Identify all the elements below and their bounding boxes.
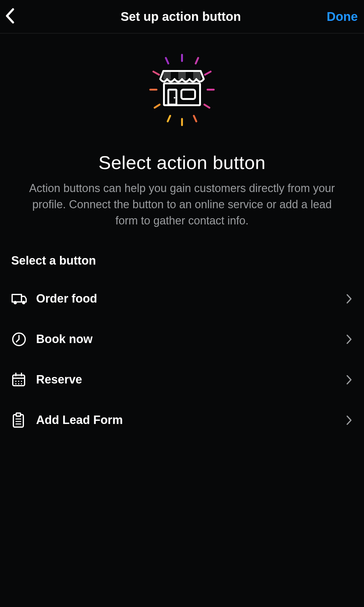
svg-point-16 <box>14 301 17 304</box>
svg-line-1 <box>166 58 168 64</box>
done-button[interactable]: Done <box>327 10 358 24</box>
back-button[interactable] <box>4 7 17 26</box>
option-reserve[interactable]: Reserve <box>11 360 353 400</box>
svg-point-23 <box>15 381 16 382</box>
nav-bar: Set up action button Done <box>0 0 364 34</box>
chevron-right-icon <box>346 415 353 426</box>
svg-point-28 <box>21 383 22 384</box>
hero-subtitle: Action buttons can help you gain custome… <box>22 180 342 229</box>
svg-line-3 <box>153 72 159 75</box>
svg-point-14 <box>174 97 175 99</box>
svg-line-9 <box>168 116 170 121</box>
svg-line-8 <box>204 105 209 108</box>
svg-point-26 <box>15 383 16 384</box>
calendar-icon <box>11 372 26 388</box>
option-book-now[interactable]: Book now <box>11 319 353 360</box>
chevron-left-icon <box>4 7 17 24</box>
chevron-right-icon <box>346 334 353 345</box>
svg-rect-13 <box>168 90 176 105</box>
clipboard-icon <box>11 412 26 428</box>
svg-line-4 <box>205 72 211 75</box>
options-list: Order food Book now Reserve <box>0 279 364 440</box>
svg-line-2 <box>196 58 198 64</box>
chevron-right-icon <box>346 374 353 385</box>
option-label: Reserve <box>36 373 346 386</box>
svg-point-25 <box>21 381 22 382</box>
svg-line-10 <box>194 116 196 121</box>
svg-point-24 <box>18 381 19 382</box>
svg-rect-30 <box>16 413 21 416</box>
option-order-food[interactable]: Order food <box>11 279 353 319</box>
svg-point-17 <box>22 301 26 304</box>
storefront-icon <box>142 52 222 133</box>
svg-rect-15 <box>181 90 195 99</box>
svg-point-27 <box>18 383 19 384</box>
option-add-lead-form[interactable]: Add Lead Form <box>11 400 353 440</box>
hero-title: Select action button <box>0 152 364 173</box>
option-label: Book now <box>36 332 346 346</box>
option-label: Order food <box>36 292 346 305</box>
chevron-right-icon <box>346 294 353 304</box>
clock-icon <box>11 332 27 347</box>
section-label: Select a button <box>0 229 364 279</box>
truck-icon <box>11 292 27 305</box>
option-label: Add Lead Form <box>36 413 346 427</box>
hero: Select action button Action buttons can … <box>0 34 364 229</box>
page-title: Set up action button <box>66 10 296 24</box>
svg-line-7 <box>155 105 160 108</box>
